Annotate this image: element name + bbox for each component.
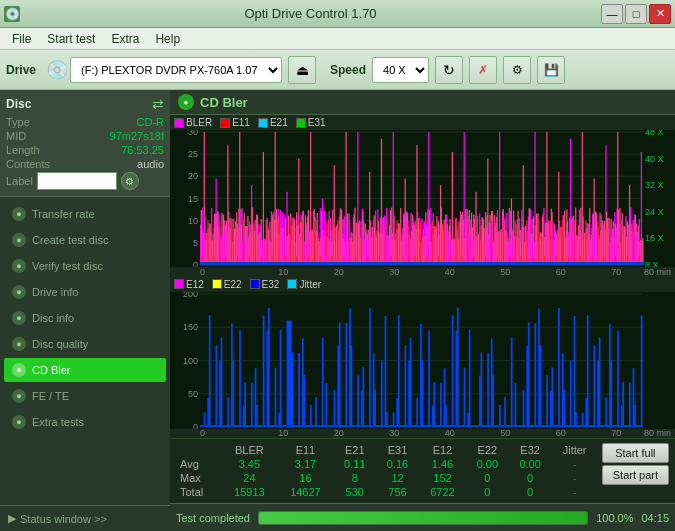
toolbar: Drive 💿 (F:) PLEXTOR DVDR PX-760A 1.07 ⏏… — [0, 50, 675, 90]
bler-color — [174, 118, 184, 128]
progress-bar — [259, 512, 587, 524]
disc-refresh-icon[interactable]: ⇄ — [152, 96, 164, 112]
disc-panel: Disc ⇄ Type CD-R MID 97m27s18f Length 76… — [0, 90, 170, 197]
app-icon: 💿 — [4, 6, 20, 22]
close-button[interactable]: ✕ — [649, 4, 671, 24]
e12-color — [174, 279, 184, 289]
window-controls[interactable]: — □ ✕ — [601, 4, 671, 24]
max-label: Max — [176, 471, 221, 485]
total-jitter: - — [551, 485, 597, 499]
total-e31: 756 — [376, 485, 419, 499]
extra-tests-icon: ● — [12, 415, 26, 429]
col-e21: E21 — [333, 443, 376, 457]
menu-help[interactable]: Help — [147, 30, 188, 48]
stats-table: BLER E11 E21 E31 E12 E22 E32 Jitter — [176, 443, 598, 499]
sidebar-item-disc-info[interactable]: ● Disc info — [4, 306, 166, 330]
minimize-button[interactable]: — — [601, 4, 623, 24]
cd-bler-label: CD Bler — [32, 364, 71, 376]
disc-label-input[interactable] — [37, 172, 117, 190]
refresh-button[interactable]: ↻ — [435, 56, 463, 84]
disc-type-label: Type — [6, 116, 30, 128]
progress-bar-wrapper — [258, 511, 588, 525]
sidebar-item-transfer-rate[interactable]: ● Transfer rate — [4, 202, 166, 226]
eject-button[interactable]: ⏏ — [288, 56, 316, 84]
sidebar-item-create-test-disc[interactable]: ● Create test disc — [4, 228, 166, 252]
menu-extra[interactable]: Extra — [103, 30, 147, 48]
disc-quality-label: Disc quality — [32, 338, 88, 350]
legend-e11: E11 — [220, 117, 250, 128]
col-e32: E32 — [509, 443, 552, 457]
sidebar-item-verify-test-disc[interactable]: ● Verify test disc — [4, 254, 166, 278]
disc-type-value: CD-R — [137, 116, 165, 128]
window-title: Opti Drive Control 1.70 — [20, 6, 601, 21]
top-chart-canvas — [170, 130, 675, 267]
legend-bler: BLER — [174, 117, 212, 128]
e32-color — [250, 279, 260, 289]
titlebar-left: 💿 — [4, 6, 20, 22]
total-e22: 0 — [466, 485, 509, 499]
menu-file[interactable]: File — [4, 30, 39, 48]
drive-icon: 💿 — [46, 59, 68, 81]
disc-contents-value: audio — [137, 158, 164, 170]
status-window-button[interactable]: ▶ Status window >> — [0, 505, 170, 531]
drive-label: Drive — [6, 63, 36, 77]
disc-contents-row: Contents audio — [6, 158, 164, 170]
avg-e12: 1.46 — [419, 457, 466, 471]
start-part-button[interactable]: Start part — [602, 465, 669, 485]
sidebar-item-cd-bler[interactable]: ● CD Bler — [4, 358, 166, 382]
disc-label-row: Label ⚙ — [6, 172, 164, 190]
sidebar-item-fe-te[interactable]: ● FE / TE — [4, 384, 166, 408]
transfer-rate-label: Transfer rate — [32, 208, 95, 220]
col-e11: E11 — [277, 443, 333, 457]
progress-time: 04:15 — [641, 512, 669, 524]
sidebar-item-disc-quality[interactable]: ● Disc quality — [4, 332, 166, 356]
stats-area: BLER E11 E21 E31 E12 E22 E32 Jitter — [170, 438, 675, 503]
drive-select[interactable]: (F:) PLEXTOR DVDR PX-760A 1.07 — [70, 57, 282, 83]
avg-e31: 0.16 — [376, 457, 419, 471]
restore-button[interactable]: □ — [625, 4, 647, 24]
drive-selector-wrapper[interactable]: 💿 (F:) PLEXTOR DVDR PX-760A 1.07 — [46, 57, 282, 83]
table-row: Total 15913 14627 530 756 6722 0 0 - — [176, 485, 598, 499]
disc-label-button[interactable]: ⚙ — [121, 172, 139, 190]
extra-tests-label: Extra tests — [32, 416, 84, 428]
settings-button[interactable]: ⚙ — [503, 56, 531, 84]
save-button[interactable]: 💾 — [537, 56, 565, 84]
table-row: Avg 3.45 3.17 0.11 0.16 1.46 0.00 0.00 - — [176, 457, 598, 471]
cdbler-icon: ● — [178, 94, 194, 110]
disc-mid-label: MID — [6, 130, 26, 142]
status-text: Test completed — [176, 512, 250, 524]
legend-e21: E21 — [258, 117, 288, 128]
title-bar: 💿 Opti Drive Control 1.70 — □ ✕ — [0, 0, 675, 28]
sidebar-item-drive-info[interactable]: ● Drive info — [4, 280, 166, 304]
sidebar-item-extra-tests[interactable]: ● Extra tests — [4, 410, 166, 434]
sidebar: Disc ⇄ Type CD-R MID 97m27s18f Length 76… — [0, 90, 170, 531]
stats-buttons: Start full Start part — [602, 443, 669, 485]
col-e31: E31 — [376, 443, 419, 457]
drive-info-icon: ● — [12, 285, 26, 299]
col-e12: E12 — [419, 443, 466, 457]
avg-e22: 0.00 — [466, 457, 509, 471]
status-window-label: Status window >> — [20, 513, 107, 525]
status-bar: Test completed 100.0% 04:15 — [170, 503, 675, 531]
clear-button[interactable]: ✗ — [469, 56, 497, 84]
menu-bar: File Start test Extra Help — [0, 28, 675, 50]
cdbler-header: ● CD Bler — [170, 90, 675, 115]
table-row: Max 24 16 8 12 152 0 0 - — [176, 471, 598, 485]
drive-info-label: Drive info — [32, 286, 78, 298]
menu-start-test[interactable]: Start test — [39, 30, 103, 48]
e22-color — [212, 279, 222, 289]
top-legend: BLER E11 E21 E31 — [170, 115, 675, 130]
avg-e32: 0.00 — [509, 457, 552, 471]
avg-e11: 3.17 — [277, 457, 333, 471]
speed-label: Speed — [330, 63, 366, 77]
disc-length-label: Length — [6, 144, 40, 156]
charts-area: BLER E11 E21 E31 — [170, 115, 675, 503]
top-x-axis: 0 10 20 30 40 50 60 70 80 min — [170, 267, 675, 277]
stats-table-wrapper: BLER E11 E21 E31 E12 E22 E32 Jitter — [176, 443, 598, 499]
speed-select[interactable]: 40 X — [372, 57, 429, 83]
disc-label-key: Label — [6, 175, 33, 187]
disc-info-label: Disc info — [32, 312, 74, 324]
disc-mid-value: 97m27s18f — [110, 130, 164, 142]
content-area: ● CD Bler BLER E11 E21 — [170, 90, 675, 531]
start-full-button[interactable]: Start full — [602, 443, 669, 463]
